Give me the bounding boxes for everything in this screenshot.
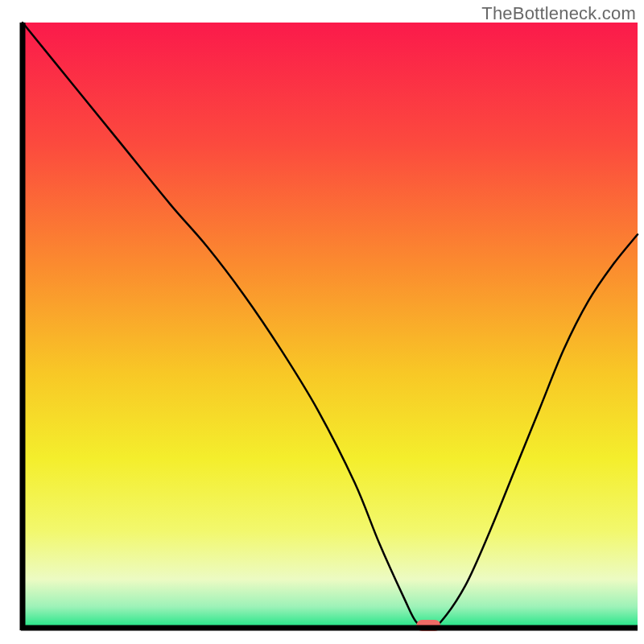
watermark-text: TheBottleneck.com [481,3,636,24]
bottleneck-chart [0,0,644,644]
plot-background [23,23,638,628]
